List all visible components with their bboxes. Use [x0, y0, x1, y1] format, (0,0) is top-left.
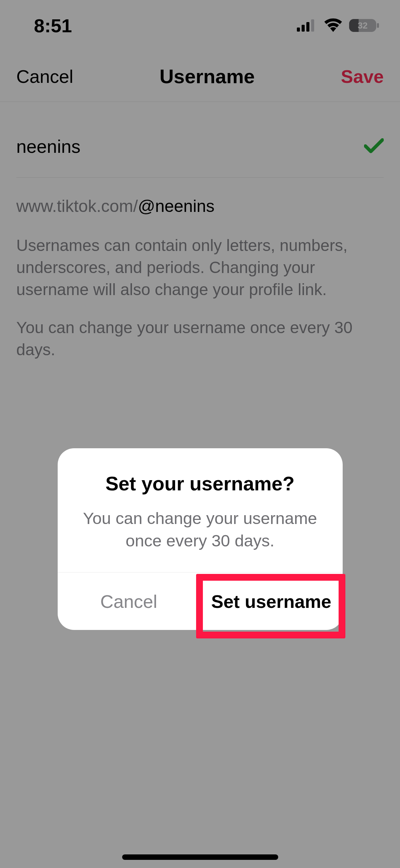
dialog-title: Set your username?	[77, 472, 324, 495]
dialog-message: You can change your username once every …	[77, 507, 324, 552]
screen: 8:51	[0, 0, 400, 868]
dialog-confirm-button[interactable]: Set username	[200, 573, 343, 630]
dialog-buttons: Cancel Set username	[58, 572, 343, 630]
home-indicator[interactable]	[122, 854, 278, 860]
confirm-dialog: Set your username? You can change your u…	[58, 448, 343, 630]
dialog-content: Set your username? You can change your u…	[58, 448, 343, 572]
dialog-cancel-button[interactable]: Cancel	[58, 573, 200, 630]
modal-overlay[interactable]: Set your username? You can change your u…	[0, 0, 400, 868]
